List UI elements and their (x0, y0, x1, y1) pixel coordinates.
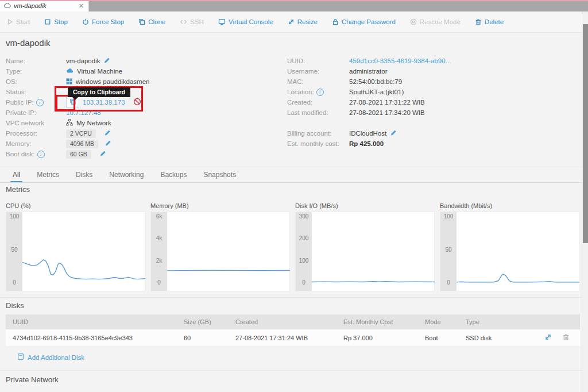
power-icon (82, 18, 89, 25)
tab-networking[interactable]: Networking (109, 167, 144, 182)
detail-row-location: Location: i SouthJKT-a (jkt01) (287, 87, 563, 97)
force-stop-button[interactable]: Force Stop (82, 18, 124, 25)
created-value: 27-08-2021 17:31:22 WIB (349, 99, 425, 106)
last-modified-value: 27-08-2021 17:34:20 WIB (349, 109, 425, 116)
detail-row-vpc: VPC network My Network (6, 118, 276, 128)
resize-button[interactable]: Resize (288, 18, 318, 25)
detail-row-username: Username: administrator (287, 66, 563, 76)
y-axis-tick: 6k (151, 214, 167, 220)
disk-size: 60 (177, 335, 229, 341)
disk-io-chart-yaxis: 3002001000 (296, 212, 312, 291)
block-ip-icon[interactable] (133, 98, 141, 107)
rescue-mode-button[interactable]: Rescue Mode (410, 18, 461, 25)
scrollbar-thumb[interactable] (583, 24, 588, 243)
copy-tooltip: Copy to Clipboard (68, 87, 130, 97)
vm-details-page: vm-dapodik ✕ Start Stop Force Stop Clone… (0, 0, 588, 392)
boot-disk-info-icon[interactable]: i (37, 151, 45, 158)
y-axis-tick: 0 (6, 280, 22, 286)
y-axis-tick: 4k (151, 236, 167, 241)
disks-table: UUID Size (GB) Created Est. Monthly Cost… (6, 314, 580, 347)
location-value: SouthJKT-a (jkt01) (349, 89, 404, 95)
y-axis-tick: 200 (296, 236, 312, 241)
disk-uuid: 4734d102-6918-4115-9b38-3165e4c9e343 (6, 335, 177, 341)
browser-tab[interactable]: vm-dapodik ✕ (0, 0, 89, 11)
divider (0, 297, 582, 298)
lock-icon (332, 18, 339, 25)
mac-value: 52:54:00:bd:bc:79 (349, 78, 402, 85)
private-ip-value: 10.7.127.48 (66, 109, 101, 116)
ssh-button[interactable]: SSH (180, 18, 204, 25)
start-button[interactable]: Start (7, 18, 30, 25)
vm-cloud-icon (66, 68, 74, 75)
play-icon (7, 18, 13, 25)
tab-title: vm-dapodik (14, 2, 78, 9)
section-tabs: All Metrics Disks Networking Backups Sna… (0, 167, 582, 183)
name-value: vm-dapodik (66, 57, 100, 64)
edit-processor-icon[interactable] (104, 129, 111, 137)
trash-icon (475, 18, 482, 25)
windows-icon (66, 78, 72, 86)
details-left-column: Name: vm-dapodik Type: Virtual Machine O… (6, 56, 276, 159)
detail-row-created: Created: 27-08-2021 17:31:22 WIB (287, 97, 563, 107)
bandwidth-chart-yaxis: 100500 (440, 212, 457, 291)
close-icon[interactable]: ✕ (78, 2, 85, 10)
disks-table-header: UUID Size (GB) Created Est. Monthly Cost… (6, 314, 580, 329)
disk-row[interactable]: 4734d102-6918-4115-9b38-3165e4c9e343 60 … (6, 329, 580, 347)
detail-row-os: OS: windows pauddikdasmen (6, 76, 276, 87)
disks-heading: Disks (6, 301, 24, 310)
add-additional-disk-button[interactable]: Add Additional Disk (17, 353, 84, 362)
tab-backups[interactable]: Backups (160, 167, 187, 182)
uuid-value[interactable]: 459d1cc0-3355-4619-9384-ab90... (349, 57, 451, 64)
clone-icon (138, 18, 145, 25)
os-value: windows pauddikdasmen (76, 78, 150, 85)
edit-memory-icon[interactable] (105, 140, 111, 148)
detail-row-name: Name: vm-dapodik (6, 56, 276, 66)
detail-row-last-modified: Last modified: 27-08-2021 17:34:20 WIB (287, 107, 563, 118)
tab-disks[interactable]: Disks (76, 167, 92, 182)
disk-io-chart: Disk I/O (MB/s) 3002001000 (295, 202, 435, 291)
disk-icon (17, 353, 24, 362)
cloud-icon (3, 1, 11, 11)
type-value: Virtual Machine (77, 68, 122, 75)
stop-button[interactable]: Stop (44, 18, 68, 25)
detail-row-private-ip: Private IP: 10.7.127.48 (6, 107, 276, 118)
resize-arrows-icon (288, 18, 295, 25)
delete-disk-icon[interactable] (562, 333, 570, 342)
virtual-console-button[interactable]: Virtual Console (218, 18, 273, 25)
username-value: administrator (349, 68, 387, 75)
private-network-heading: Private Network (6, 375, 59, 384)
delete-button[interactable]: Delete (475, 18, 504, 25)
detail-row-processor: Processor: 2 VCPU (6, 128, 276, 139)
tab-all[interactable]: All (13, 167, 20, 182)
edit-name-icon[interactable] (103, 57, 110, 65)
vpc-value[interactable]: My Network (76, 120, 111, 126)
y-axis-tick: 0 (296, 280, 312, 286)
y-axis-tick: 2k (151, 258, 167, 264)
code-icon (180, 18, 187, 25)
location-info-icon[interactable]: i (316, 89, 324, 96)
lifebuoy-icon (410, 18, 417, 25)
resize-disk-icon[interactable] (544, 333, 552, 342)
detail-row-boot-disk: Boot disk: i 60 GB (6, 149, 276, 159)
processor-badge: 2 VCPU (66, 129, 96, 138)
disk-type: SSD disk (459, 335, 519, 341)
detail-row-cost: Est. monthly cost: Rp 425.000 (287, 139, 563, 149)
clone-button[interactable]: Clone (138, 18, 165, 25)
y-axis-tick: 100 (6, 214, 22, 220)
edit-billing-icon[interactable] (390, 129, 397, 137)
y-axis-tick: 0 (151, 280, 167, 286)
y-axis-tick: 50 (440, 247, 457, 253)
detail-row-uuid: UUID: 459d1cc0-3355-4619-9384-ab90... (287, 56, 563, 66)
edit-boot-disk-icon[interactable] (99, 150, 106, 158)
action-toolbar: Start Stop Force Stop Clone SSH Virtual … (0, 11, 588, 33)
tab-snapshots[interactable]: Snapshots (203, 167, 236, 182)
scrollbar (582, 11, 588, 392)
tooltip-arrow (72, 97, 78, 100)
public-ip-info-icon[interactable]: i (36, 99, 44, 106)
public-ip-value[interactable]: 103.31.39.173 (83, 99, 125, 106)
detail-row-billing: Billing account: IDCloudHost (287, 128, 563, 139)
change-password-button[interactable]: Change Password (332, 18, 396, 25)
cost-value: Rp 425.000 (349, 140, 384, 147)
top-accent-line (0, 0, 588, 1)
tab-metrics[interactable]: Metrics (37, 167, 59, 182)
